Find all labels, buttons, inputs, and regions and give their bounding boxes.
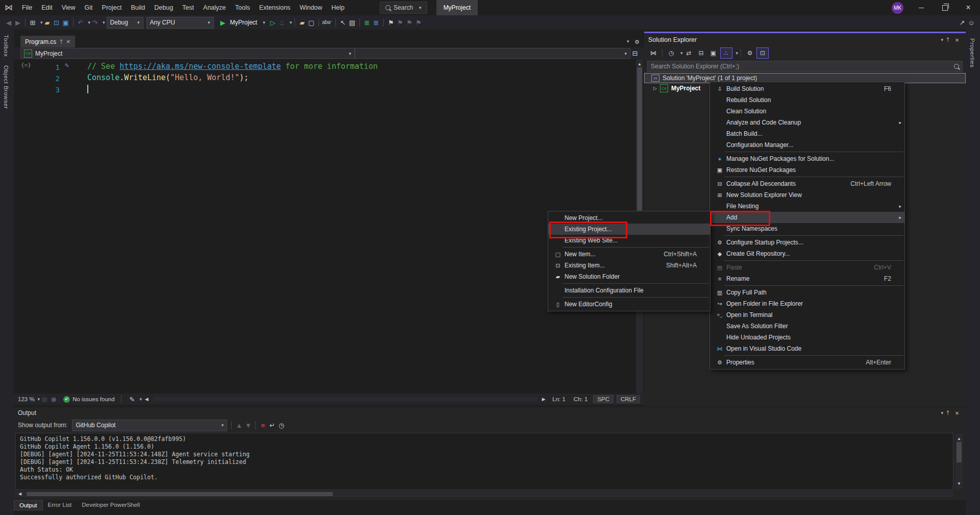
- filter-dropdown-icon[interactable]: ▾: [680, 51, 683, 56]
- share-icon[interactable]: ↗: [958, 17, 967, 28]
- toolbox-tab[interactable]: Toolbox: [3, 35, 9, 57]
- scrollbar-thumb[interactable]: [957, 442, 962, 462]
- restore-button[interactable]: [933, 0, 957, 15]
- solution-explorer-search[interactable]: Search Solution Explorer (Ctrl+;): [647, 61, 963, 72]
- member-dropdown[interactable]: ▾: [355, 48, 630, 59]
- menu-test[interactable]: Test: [178, 0, 199, 15]
- line-ending-indicator[interactable]: CRLF: [617, 395, 640, 403]
- project-dropdown[interactable]: C# MyProject ▾: [20, 48, 355, 59]
- split-editor-icon[interactable]: ⊟: [630, 48, 640, 58]
- minimize-button[interactable]: [910, 0, 933, 15]
- tab-output[interactable]: Output: [14, 500, 43, 510]
- copilot-status-icon[interactable]: ⊙: [40, 394, 49, 404]
- menu-build[interactable]: Build: [126, 0, 150, 15]
- tab-options-gear-icon[interactable]: ⚙: [632, 37, 642, 47]
- outdent-icon[interactable]: ≣: [372, 17, 381, 28]
- word-wrap-icon[interactable]: ↵: [267, 420, 277, 430]
- code-link[interactable]: https://aka.ms/new-console-template: [119, 62, 281, 71]
- editor-horizontal-scrollbar[interactable]: [153, 397, 537, 402]
- pin-icon[interactable]: †: [943, 35, 952, 45]
- account-avatar[interactable]: MK: [892, 2, 903, 14]
- expand-chevron-icon[interactable]: ▷: [653, 86, 657, 91]
- menu-file[interactable]: File: [17, 0, 37, 15]
- menu-item-open-in-terminal[interactable]: >_ Open in Terminal: [710, 309, 904, 321]
- open-file-icon[interactable]: ▰: [43, 17, 52, 28]
- menu-item-restore-nuget[interactable]: ▣ Restore NuGet Packages: [710, 164, 904, 176]
- menu-item-properties[interactable]: ⚙ Properties Alt+Enter: [710, 357, 904, 368]
- menu-item-file-nesting[interactable]: File Nesting ▸: [710, 201, 904, 212]
- menu-item-collapse-all-descendants[interactable]: ⊟ Collapse All Descendants Ctrl+Left Arr…: [710, 178, 904, 189]
- properties-wrench-icon[interactable]: ⚙: [744, 48, 755, 58]
- scroll-right-icon[interactable]: ▶: [539, 394, 548, 404]
- menu-item-copy-full-path[interactable]: ▥ Copy Full Path: [710, 287, 904, 298]
- document-tab-programcs[interactable]: Program.cs † ×: [20, 36, 75, 47]
- menu-item-rebuild-solution[interactable]: Rebuild Solution: [710, 94, 904, 106]
- copilot-pen-icon[interactable]: ✎: [65, 61, 69, 69]
- menu-item-open-in-vscode[interactable]: ⋈ Open in Visual Studio Code: [710, 343, 904, 354]
- toggle-bookmark-icon[interactable]: ⚑: [386, 17, 396, 28]
- submenu-item-new-item[interactable]: ▢ New Item... Ctrl+Shift+A: [548, 249, 710, 260]
- menu-item-batch-build[interactable]: Batch Build...: [710, 128, 904, 139]
- navigate-forward-icon[interactable]: ▶: [13, 17, 22, 28]
- suggestions-icon[interactable]: ⊛: [49, 394, 58, 404]
- scroll-down-icon[interactable]: ▼: [954, 479, 964, 489]
- zoom-level[interactable]: 123 %: [18, 396, 35, 402]
- navigate-back-icon[interactable]: ◀: [4, 17, 13, 28]
- start-debugging-button[interactable]: ▶ MyProject ▾: [218, 17, 265, 28]
- menu-edit[interactable]: Edit: [37, 0, 57, 15]
- code-editor[interactable]: {▫} 1 2 3 ✎ // See https://aka.ms/new-co…: [14, 59, 636, 394]
- submenu-item-new-editorconfig[interactable]: ▯ New EditorConfig: [548, 299, 710, 310]
- menu-item-open-folder-in-file-explorer[interactable]: ↪ Open Folder in File Explorer: [710, 298, 904, 309]
- menu-item-analyze-code-cleanup[interactable]: Analyze and Code Cleanup ▸: [710, 117, 904, 128]
- properties-tab[interactable]: Properties: [969, 38, 975, 67]
- close-icon[interactable]: ×: [952, 408, 962, 418]
- search-box[interactable]: Search ▾: [380, 2, 427, 14]
- platform-dropdown[interactable]: Any CPU ▾: [146, 17, 214, 29]
- scroll-left-icon[interactable]: ◀: [15, 489, 24, 499]
- select-cursor-icon[interactable]: ↖: [338, 17, 348, 28]
- find-in-files-icon[interactable]: ▰: [298, 17, 307, 28]
- menu-item-manage-nuget[interactable]: ● Manage NuGet Packages for Solution...: [710, 153, 904, 164]
- menu-item-configuration-manager[interactable]: Configuration Manager...: [710, 139, 904, 151]
- undo-icon[interactable]: ↶: [76, 17, 85, 28]
- menu-item-build-solution[interactable]: ⇩ Build Solution F6: [710, 83, 904, 94]
- pin-icon[interactable]: †: [60, 39, 63, 44]
- pending-changes-filter-icon[interactable]: ◷: [666, 48, 677, 58]
- menu-item-new-solution-explorer-view[interactable]: ⊞ New Solution Explorer View: [710, 189, 904, 201]
- preview-selected-items-icon[interactable]: ⊡: [756, 47, 769, 59]
- close-tab-icon[interactable]: ×: [66, 38, 70, 45]
- close-button[interactable]: ×: [957, 0, 980, 15]
- menu-view[interactable]: View: [57, 0, 80, 15]
- feedback-icon[interactable]: ☺: [967, 17, 976, 28]
- hot-reload-icon[interactable]: ♨: [277, 17, 286, 28]
- clear-all-icon[interactable]: ≡: [258, 420, 267, 430]
- timestamp-icon[interactable]: ◷: [277, 420, 286, 430]
- scrollbar-thumb[interactable]: [27, 492, 333, 496]
- save-icon[interactable]: ⊡: [52, 17, 61, 28]
- menu-help[interactable]: Help: [327, 0, 349, 15]
- indent-icon[interactable]: ≣: [362, 17, 372, 28]
- switch-views-icon[interactable]: ⋈: [648, 48, 659, 58]
- new-project-icon[interactable]: ⊞: [28, 17, 37, 28]
- pin-icon[interactable]: †: [943, 408, 952, 418]
- collapse-all-icon[interactable]: ⊟: [696, 48, 707, 58]
- outline-brace-icon[interactable]: {▫}: [21, 62, 31, 68]
- menu-item-create-git-repository[interactable]: ◆ Create Git Repository...: [710, 248, 904, 259]
- menu-item-hide-unloaded-projects[interactable]: Hide Unloaded Projects: [710, 332, 904, 343]
- menu-analyze[interactable]: Analyze: [199, 0, 230, 15]
- save-all-icon[interactable]: ▣: [61, 17, 70, 28]
- find-replace-icon[interactable]: ▢: [307, 17, 316, 28]
- menu-item-configure-startup-projects[interactable]: ⚙ Configure Startup Projects...: [710, 237, 904, 248]
- submenu-item-existing-item[interactable]: ⊡ Existing Item... Shift+Alt+A: [548, 260, 710, 271]
- menu-project[interactable]: Project: [97, 0, 127, 15]
- tab-developer-powershell[interactable]: Developer PowerShell: [77, 500, 145, 509]
- tab-error-list[interactable]: Error List: [43, 500, 77, 509]
- configuration-dropdown[interactable]: Debug ▾: [107, 17, 143, 29]
- menu-debug[interactable]: Debug: [150, 0, 178, 15]
- output-horizontal-scrollbar[interactable]: ◀: [15, 491, 953, 497]
- spaces-indicator[interactable]: SPC: [593, 395, 614, 403]
- menu-extensions[interactable]: Extensions: [255, 0, 295, 15]
- menu-item-clean-solution[interactable]: Clean Solution: [710, 106, 904, 117]
- document-outline-icon[interactable]: ▤: [348, 17, 357, 28]
- show-all-files-dropdown-icon[interactable]: ▾: [736, 51, 739, 56]
